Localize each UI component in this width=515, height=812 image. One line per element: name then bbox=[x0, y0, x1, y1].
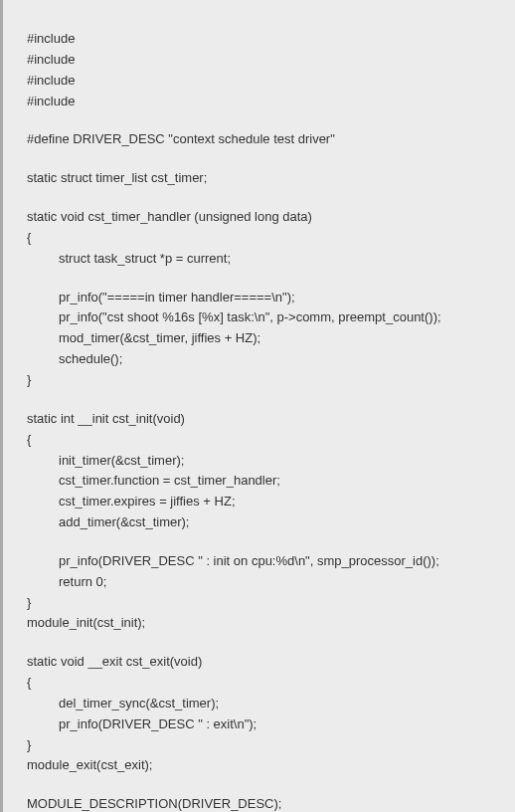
code-line: schedule(); bbox=[27, 350, 505, 369]
code-block: #include #include #include #include #def… bbox=[0, 0, 515, 812]
code-line: static void cst_timer_handler (unsigned … bbox=[27, 208, 505, 227]
blank-line bbox=[27, 392, 505, 410]
code-line: pr_info("=====in timer handler=====\n"); bbox=[27, 289, 505, 307]
code-line: #include bbox=[27, 51, 505, 70]
code-line: #include bbox=[27, 30, 505, 49]
code-line: mod_timer(&cst_timer, jiffies + HZ); bbox=[27, 329, 505, 348]
blank-line bbox=[27, 534, 505, 552]
code-line: } bbox=[27, 371, 505, 390]
blank-line bbox=[27, 635, 505, 653]
code-line: return 0; bbox=[27, 573, 505, 592]
blank-line bbox=[27, 190, 505, 208]
blank-line bbox=[27, 151, 505, 169]
code-line: del_timer_sync(&cst_timer); bbox=[27, 695, 505, 713]
code-line: cst_timer.expires = jiffies + HZ; bbox=[27, 493, 505, 511]
code-line: } bbox=[27, 736, 505, 755]
code-line: { bbox=[27, 674, 505, 693]
code-line: { bbox=[27, 229, 505, 248]
code-line: pr_info(DRIVER_DESC " : init on cpu:%d\n… bbox=[27, 552, 505, 571]
code-line: pr_info(DRIVER_DESC " : exit\n"); bbox=[27, 715, 505, 734]
code-line: add_timer(&cst_timer); bbox=[27, 513, 505, 532]
blank-line bbox=[27, 112, 505, 130]
code-line: { bbox=[27, 431, 505, 450]
code-line: #include bbox=[27, 93, 505, 111]
code-line: pr_info("cst shoot %16s [%x] task:\n", p… bbox=[27, 308, 505, 327]
code-line: #include bbox=[27, 72, 505, 91]
code-line: struct task_struct *p = current; bbox=[27, 250, 505, 269]
code-line: init_timer(&cst_timer); bbox=[27, 452, 505, 471]
code-line: } bbox=[27, 594, 505, 613]
blank-line bbox=[27, 777, 505, 795]
blank-line bbox=[27, 271, 505, 289]
code-line: module_exit(cst_exit); bbox=[27, 756, 505, 775]
code-line: MODULE_DESCRIPTION(DRIVER_DESC); bbox=[27, 795, 505, 812]
code-line: static struct timer_list cst_timer; bbox=[27, 169, 505, 188]
code-line: static void __exit cst_exit(void) bbox=[27, 653, 505, 672]
code-line: cst_timer.function = cst_timer_handler; bbox=[27, 472, 505, 491]
code-line: module_init(cst_init); bbox=[27, 614, 505, 633]
code-line: #define DRIVER_DESC "context schedule te… bbox=[27, 130, 505, 149]
code-line: static int __init cst_init(void) bbox=[27, 410, 505, 429]
